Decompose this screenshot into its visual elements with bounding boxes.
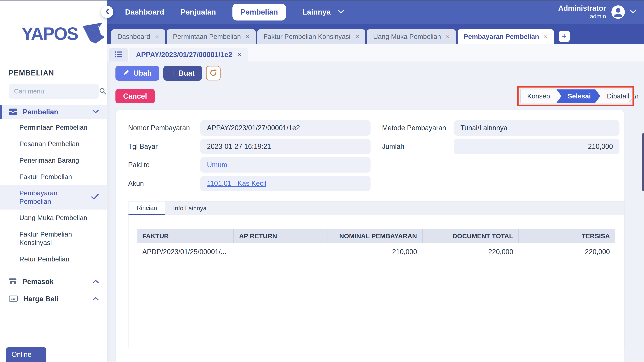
plus-icon: +	[171, 69, 176, 78]
tab-label: Permintaan Pembelian	[173, 33, 241, 40]
column-header-ap-return[interactable]: AP RETURN	[234, 229, 328, 243]
record-tab-label: APPAY/2023/01/27/00001/1e2	[136, 51, 232, 59]
nav-item-dashboard[interactable]: Dashboard	[125, 8, 164, 16]
column-header-document-total[interactable]: DOCUMENT TOTAL	[422, 229, 518, 243]
app-logo: YAPOS	[22, 22, 106, 45]
pipeline-next-chevron-icon	[628, 89, 636, 103]
add-tab-button[interactable]: +	[559, 31, 570, 42]
cell-faktur: APDP/2023/01/25/00001/...	[137, 243, 234, 261]
storefront-icon	[9, 277, 17, 286]
column-header-faktur[interactable]: FAKTUR	[137, 229, 234, 243]
close-icon[interactable]: ×	[544, 33, 548, 40]
close-icon[interactable]: ×	[155, 33, 159, 40]
field-value: Tunai/Lainnnya	[460, 124, 508, 132]
tab-info-lainnya[interactable]: Info Lainnya	[165, 201, 214, 215]
status-step-dibatalkan[interactable]: Dibatalkan	[600, 89, 644, 103]
column-header-tersisa[interactable]: TERSISA	[518, 229, 615, 243]
close-icon[interactable]: ×	[355, 33, 359, 40]
sidebar-item-harga-beli[interactable]: 100 Harga Beli	[0, 290, 108, 308]
sidebar-item-label: Pesanan Pembelian	[19, 140, 80, 148]
nav-item-penjualan[interactable]: Penjualan	[181, 8, 216, 16]
field-label-nomor-pembayaran: Nomor Pembayaran	[128, 120, 190, 136]
cell-tersisa: 220,000	[518, 243, 615, 261]
status-step-selesai-active[interactable]: Selesai	[556, 89, 600, 103]
sidebar-item-pesanan-pembelian[interactable]: Pesanan Pembelian	[0, 136, 108, 152]
tab-faktur-pembelian-konsinyasi[interactable]: Faktur Pembelian Konsinyasi ×	[257, 29, 365, 44]
sidebar-item-pembayaran-pembelian[interactable]: Pembayaran Pembelian	[0, 185, 108, 209]
status-step-konsep[interactable]: Konsep	[521, 89, 556, 103]
menu-search[interactable]	[9, 84, 99, 99]
tab-label: Pembayaran Pembelian	[464, 33, 539, 40]
refresh-icon	[209, 69, 217, 78]
chevron-left-icon	[105, 9, 110, 15]
avatar[interactable]	[612, 5, 625, 19]
close-icon[interactable]: ×	[446, 33, 450, 40]
create-button[interactable]: + Buat	[164, 66, 202, 81]
column-header-nominal-pembayaran[interactable]: NOMINAL PEMBAYARAN	[328, 229, 422, 243]
tab-rincian-active[interactable]: Rincian	[128, 201, 165, 215]
sidebar-item-label: Retur Pembelian	[19, 255, 70, 263]
paid-to-link[interactable]: Umum	[207, 161, 227, 169]
chevron-up-icon	[93, 280, 98, 284]
sidebar-item-uang-muka-pembelian[interactable]: Uang Muka Pembelian	[0, 209, 108, 226]
online-status-badge: Online	[6, 347, 46, 362]
table-row[interactable]: APDP/2023/01/25/00001/... 210,000 220,00…	[137, 243, 615, 261]
record-card: Nomor Pembayaran APPAY/2023/01/27/00001/…	[116, 110, 625, 362]
sidebar-item-permintaan-pembelian[interactable]: Permintaan Pembelian	[0, 119, 108, 136]
field-akun[interactable]: 1101.01 - Kas Kecil	[200, 176, 370, 191]
sidebar-collapse-button[interactable]	[101, 6, 113, 18]
field-tgl-bayar[interactable]: 2023-01-27 16:19:21	[200, 139, 370, 154]
tab-label: Dashboard	[117, 33, 150, 40]
sidebar-item-pemasok[interactable]: Pemasok	[0, 273, 108, 290]
nav-item-lainnya[interactable]: Lainnya	[302, 8, 344, 16]
tab-label: Uang Muka Pembelian	[373, 33, 441, 40]
close-icon[interactable]: ×	[246, 33, 250, 40]
cell-document-total: 220,000	[422, 243, 518, 261]
refresh-button[interactable]	[206, 66, 220, 80]
record-tab-active[interactable]: APPAY/2023/01/27/00001/1e2 ×	[129, 48, 248, 61]
field-label-paid-to: Paid to	[128, 157, 150, 173]
table-header-row: FAKTUR AP RETURN NOMINAL PEMBAYARAN DOCU…	[137, 229, 615, 243]
tab-permintaan-pembelian[interactable]: Permintaan Pembelian ×	[167, 29, 256, 44]
chevron-down-icon	[338, 10, 344, 14]
field-jumlah[interactable]: 210,000	[454, 139, 620, 154]
sidebar-item-penerimaan-barang[interactable]: Penerimaan Barang	[0, 152, 108, 169]
vertical-scrollbar[interactable]	[642, 133, 644, 191]
record-list-tab[interactable]	[109, 48, 128, 61]
pencil-icon	[123, 69, 130, 77]
close-icon[interactable]: ×	[238, 51, 242, 58]
workspace-tabstrip: Dashboard × Permintaan Pembelian × Faktu…	[108, 24, 644, 44]
cancel-button[interactable]: Cancel	[116, 89, 155, 103]
tab-dashboard[interactable]: Dashboard ×	[111, 29, 165, 44]
sidebar-item-label: Faktur Pembelian Konsinyasi	[19, 230, 84, 247]
field-metode-pembayaran[interactable]: Tunai/Lainnnya	[454, 120, 620, 136]
status-pipeline-zone: Konsep Selesai Dibatalkan	[517, 86, 634, 106]
sidebar-item-label: Uang Muka Pembelian	[19, 214, 87, 222]
tab-pembayaran-pembelian-active[interactable]: Pembayaran Pembelian ×	[458, 29, 554, 44]
sidebar-item-label: Pembayaran Pembelian	[19, 189, 84, 206]
chevron-down-icon	[630, 10, 636, 14]
search-input[interactable]	[14, 88, 99, 95]
nav-item-pembelian-active[interactable]: Pembelian	[232, 4, 286, 20]
edit-button[interactable]: Ubah	[116, 66, 159, 81]
sidebar-section-title: PEMBELIAN	[9, 69, 54, 77]
field-label-jumlah: Jumlah	[382, 139, 404, 154]
sidebar-item-faktur-pembelian-konsinyasi[interactable]: Faktur Pembelian Konsinyasi	[0, 226, 108, 251]
field-nomor-pembayaran[interactable]: APPAY/2023/01/27/00001/1e2	[200, 120, 370, 136]
sidebar-item-faktur-pembelian[interactable]: Faktur Pembelian	[0, 169, 108, 185]
field-value: 2023-01-27 16:19:21	[207, 143, 271, 151]
sidebar-item-label: Pembelian	[23, 108, 58, 116]
tab-uang-muka-pembelian[interactable]: Uang Muka Pembelian ×	[367, 29, 456, 44]
field-paid-to[interactable]: Umum	[200, 157, 370, 173]
create-button-label: Buat	[178, 69, 195, 77]
sidebar-item-retur-pembelian[interactable]: Retur Pembelian	[0, 251, 108, 267]
akun-link[interactable]: 1101.01 - Kas Kecil	[207, 180, 266, 187]
user-menu[interactable]: Administrator admin	[558, 4, 636, 20]
detail-tabbar: Rincian Info Lainnya	[128, 201, 624, 215]
banknote-icon: 100	[9, 295, 18, 303]
check-icon	[91, 193, 98, 201]
sidebar-item-pembelian[interactable]: Pembelian	[0, 105, 108, 119]
purchase-module-icon	[9, 107, 18, 117]
sidebar-menu: Pembelian Permintaan Pembelian Pesanan P…	[0, 105, 108, 308]
logo-text: YAPOS	[22, 25, 78, 42]
